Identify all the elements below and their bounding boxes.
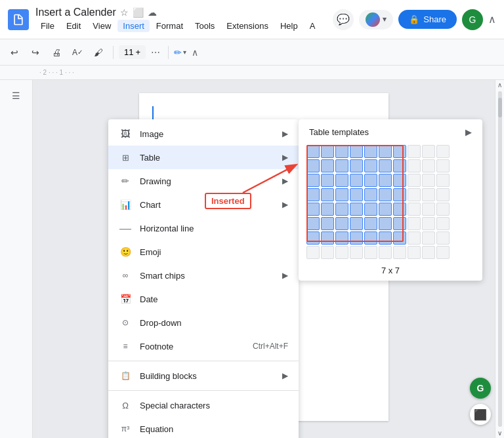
grid-cell[interactable]	[335, 246, 348, 259]
menu-item-date[interactable]: 📅 Date	[108, 287, 299, 311]
grid-cell[interactable]	[408, 203, 421, 216]
grid-cell[interactable]	[408, 174, 421, 187]
grid-cell[interactable]	[408, 217, 421, 230]
grid-cell[interactable]	[436, 159, 450, 172]
menu-tools[interactable]: Tools	[190, 20, 220, 32]
grid-cell[interactable]	[422, 159, 435, 172]
redo-button[interactable]: ↪	[26, 43, 45, 62]
grid-cell[interactable]	[335, 188, 348, 201]
menu-format[interactable]: Format	[151, 20, 188, 32]
menu-help[interactable]: Help	[275, 20, 303, 32]
scroll-thumb[interactable]	[498, 98, 502, 117]
menu-item-table[interactable]: ⊞ Table ▶	[108, 146, 299, 169]
grid-cell[interactable]	[306, 188, 320, 201]
grid-cell[interactable]	[335, 174, 348, 187]
grid-cell[interactable]	[422, 217, 435, 230]
share-button[interactable]: 🔒 Share	[398, 10, 457, 29]
folder-icon[interactable]: ⬜	[133, 7, 144, 18]
grid-cell[interactable]	[364, 145, 377, 158]
grid-cell[interactable]	[422, 188, 435, 201]
undo-button[interactable]: ↩	[5, 43, 24, 62]
grid-cell[interactable]	[364, 174, 377, 187]
grid-cell[interactable]	[321, 217, 334, 230]
menu-edit[interactable]: Edit	[61, 20, 86, 32]
grid-cell[interactable]	[321, 145, 334, 158]
grid-cell[interactable]	[422, 145, 435, 158]
scroll-up-button[interactable]: ∧	[497, 81, 502, 89]
menu-item-image[interactable]: 🖼 Image ▶	[108, 122, 299, 146]
grid-cell[interactable]	[422, 174, 435, 187]
grid-cell[interactable]	[350, 145, 363, 158]
grid-cell[interactable]	[306, 174, 320, 187]
outline-icon[interactable]: ☰	[7, 87, 26, 105]
grid-cell[interactable]	[306, 217, 320, 230]
grid-cell[interactable]	[436, 217, 450, 230]
menu-item-specialchars[interactable]: Ω Special characters	[108, 393, 299, 417]
menu-a[interactable]: A	[304, 20, 321, 32]
grid-cell[interactable]	[350, 203, 363, 216]
meet-button[interactable]: ▾	[359, 10, 393, 30]
grid-cell[interactable]	[379, 145, 392, 158]
grid-cell[interactable]	[335, 159, 348, 172]
edit-mode-control[interactable]: ✏ ▾	[174, 47, 186, 58]
grid-cell[interactable]	[379, 159, 392, 172]
grid-cell[interactable]	[306, 203, 320, 216]
menu-item-smartchips[interactable]: ∞ Smart chips ▶	[108, 264, 299, 287]
menu-item-chart[interactable]: 📊 Chart ▶	[108, 193, 299, 216]
grid-cell[interactable]	[350, 159, 363, 172]
scroll-track[interactable]	[498, 91, 502, 427]
grid-cell[interactable]	[379, 231, 392, 245]
grammarly-button[interactable]: G	[470, 378, 491, 399]
grid-cell[interactable]	[321, 188, 334, 201]
grid-cell[interactable]	[364, 188, 377, 201]
table-grid[interactable]	[304, 142, 477, 262]
grid-cell[interactable]	[422, 203, 435, 216]
grid-cell[interactable]	[335, 203, 348, 216]
grid-cell[interactable]	[335, 231, 348, 245]
grid-cell[interactable]	[379, 203, 392, 216]
menu-item-footnote[interactable]: ≡ Footnote Ctrl+Alt+F	[108, 334, 299, 358]
paint-button[interactable]: 🖌	[89, 43, 108, 62]
grid-cell[interactable]	[321, 203, 334, 216]
grid-cell[interactable]	[436, 246, 450, 259]
grid-cell[interactable]	[350, 246, 363, 259]
toolbar-collapse-icon[interactable]: ∧	[192, 47, 198, 58]
more-options-button[interactable]: ⋯	[148, 45, 163, 60]
grid-cell[interactable]	[436, 231, 450, 245]
grid-cell[interactable]	[393, 145, 406, 158]
grid-cell[interactable]	[436, 188, 450, 201]
grid-cell[interactable]	[422, 246, 435, 259]
grid-cell[interactable]	[436, 203, 450, 216]
menu-item-dropdown[interactable]: ⊙ Drop-down	[108, 311, 299, 334]
grid-cell[interactable]	[306, 159, 320, 172]
grid-cell[interactable]	[306, 246, 320, 259]
grid-cell[interactable]	[393, 188, 406, 201]
menu-item-emoji[interactable]: 🙂 Emoji	[108, 240, 299, 264]
grid-cell[interactable]	[379, 246, 392, 259]
menu-extensions[interactable]: Extensions	[221, 20, 274, 32]
spelling-button[interactable]: A✓	[68, 43, 87, 62]
grid-cell[interactable]	[436, 145, 450, 158]
grid-cell[interactable]	[408, 188, 421, 201]
menu-item-equation[interactable]: π³ Equation	[108, 417, 299, 438]
grid-cell[interactable]	[321, 246, 334, 259]
menu-item-buildingblocks[interactable]: 📋 Building blocks ▶	[108, 364, 299, 388]
menu-insert[interactable]: Insert	[117, 20, 150, 32]
grid-cell[interactable]	[321, 174, 334, 187]
grid-cell[interactable]	[379, 217, 392, 230]
comments-button[interactable]: 💬	[333, 9, 354, 30]
star-icon[interactable]: ☆	[120, 7, 129, 18]
grid-cell[interactable]	[321, 159, 334, 172]
grid-cell[interactable]	[335, 217, 348, 230]
grid-cell[interactable]	[350, 217, 363, 230]
grid-cell[interactable]	[379, 174, 392, 187]
grid-cell[interactable]	[436, 174, 450, 187]
grid-cell[interactable]	[335, 145, 348, 158]
menu-file[interactable]: File	[35, 20, 60, 32]
print-button[interactable]: 🖨	[47, 43, 66, 62]
grid-cell[interactable]	[364, 246, 377, 259]
grid-cell[interactable]	[350, 188, 363, 201]
grid-cell[interactable]	[350, 174, 363, 187]
grid-cell[interactable]	[364, 159, 377, 172]
zoom-control[interactable]: 11 +	[119, 45, 146, 59]
